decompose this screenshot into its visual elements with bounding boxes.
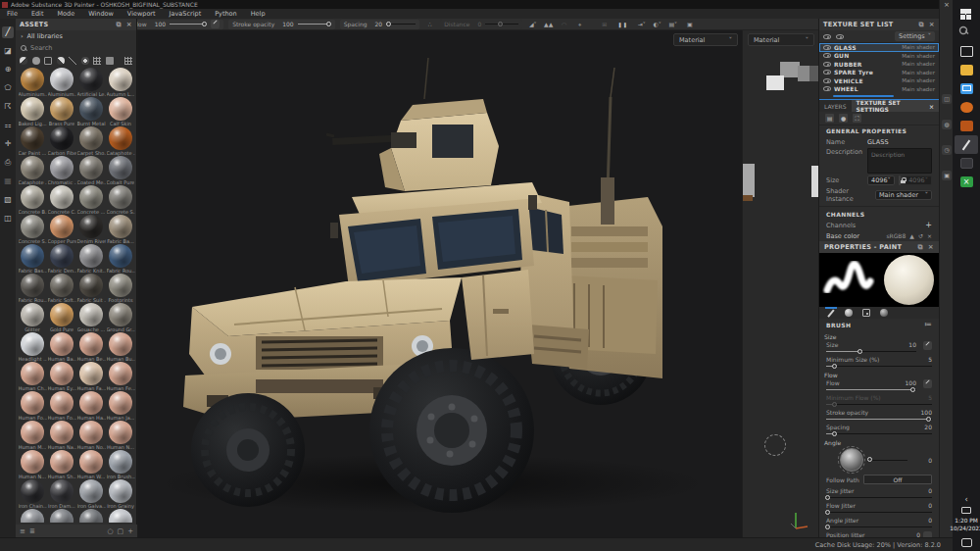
projection-tool[interactable]: ⊕ [2,64,14,75]
slider-knob[interactable] [926,417,931,422]
asset-swatch[interactable]: Iron Brush... [107,450,135,479]
asset-swatch[interactable]: Calf Skin [107,97,135,126]
panel-close-icon[interactable]: × [928,243,934,251]
slider-knob[interactable] [825,510,830,515]
uv-island-quad[interactable] [811,166,818,197]
export-tool[interactable]: ⎙ [2,157,14,169]
geometry-mask-tool[interactable]: ▦ [2,175,14,187]
follow-path-toggle[interactable]: Off [863,475,932,484]
asset-swatch[interactable]: Human Fe... [107,362,135,391]
add-asset-button[interactable]: + [127,527,133,535]
asset-swatch[interactable]: Human Ba... [48,332,76,362]
param-spacing[interactable]: Spacing20 [826,424,932,436]
viewport-2d[interactable]: Material ˅ [742,30,818,537]
asset-swatch[interactable]: Fabric Ba... [107,215,135,244]
asset-swatch[interactable]: Baked Lig... [19,97,47,126]
slider-knob[interactable] [832,364,837,369]
slider-knob[interactable] [858,349,862,354]
preset-menu-icon[interactable]: ≔ [924,321,932,328]
panel-close-icon[interactable]: × [929,21,935,28]
asset-swatch[interactable] [107,509,135,523]
expand-icon[interactable]: ⛶ [853,114,861,123]
asset-swatch[interactable]: Denim Rivet [77,215,106,244]
panel-popout-icon[interactable]: ⧉ [918,243,923,251]
param-slider[interactable] [826,494,932,500]
clone-tool[interactable]: ⚏ [2,120,14,131]
camera-icon[interactable]: ▣ [684,20,695,28]
smudge-tool[interactable]: ☈ [2,101,14,113]
uv-island-quad[interactable] [742,164,755,197]
asset-swatch[interactable]: Autumn L... [107,68,135,97]
tab-material[interactable] [876,307,892,319]
param-size[interactable]: Size10 [826,341,932,354]
param-slider[interactable] [826,401,932,407]
taskbar-mail-icon[interactable] [955,79,978,98]
description-field[interactable]: Description [867,148,932,174]
slider-knob[interactable] [825,495,830,500]
effects-tool[interactable]: ▧ [2,194,14,206]
asset-swatch[interactable]: Human Ey... [48,362,76,391]
taskbar-app-orange-2-icon[interactable] [955,117,978,135]
visibility-eye-icon[interactable] [823,86,831,91]
lazy-mouse-icon[interactable]: ∴ [424,20,435,28]
asset-swatch[interactable]: Artificial Le... [77,68,106,97]
tray-expand-chevron[interactable]: ‹ [964,495,967,504]
asset-swatch[interactable]: Fabric Den... [48,244,76,274]
window-close-icon[interactable]: × [940,1,954,9]
export-settings-icon[interactable]: ▤ [825,114,834,123]
texture-set-icon[interactable]: ▣ [942,171,952,180]
tab-brush[interactable] [823,307,839,319]
menu-item-python[interactable]: Python [208,10,244,18]
spacing-slider[interactable]: Spacing 20 [344,21,416,27]
filter-filters-icon[interactable] [57,57,65,65]
chat-notification-icon[interactable] [961,538,972,547]
asset-swatch[interactable]: Brass Pure [48,97,76,126]
param-stroke-opacity[interactable]: Stroke opacity100 [826,409,932,422]
projection-mode-icon[interactable]: ⇥˅ [636,20,647,28]
param-slider[interactable] [826,524,932,529]
solo-eye-icon[interactable] [836,34,844,39]
filter-materials-icon[interactable] [20,57,27,65]
taskbar-dark-app-icon[interactable] [955,154,978,173]
tab-layers[interactable]: LAYERS [819,100,852,112]
menu-item-window[interactable]: Window [81,10,121,18]
asset-swatch[interactable]: Human Be... [77,332,106,362]
asset-swatch[interactable]: Glitter [19,303,47,332]
stroke-falloff-icon[interactable]: ◢˅ [527,20,538,28]
angle-control[interactable]: 0 [826,448,932,472]
menu-item-javascript[interactable]: JavaScript [163,10,209,18]
tab-close-icon[interactable]: × [929,103,934,110]
filter-alphas-icon[interactable] [81,57,89,65]
asset-swatch[interactable]: Human Fo... [19,391,47,421]
filter-smart-materials-icon[interactable] [32,57,40,65]
visibility-eye-icon[interactable] [823,78,831,83]
asset-swatch[interactable]: Footprints [107,274,135,303]
symmetry-icon[interactable]: ▲▲ [543,20,554,28]
asset-swatch[interactable]: Copper Pure [48,215,76,244]
tab-alpha[interactable] [841,307,857,319]
menu-item-file[interactable]: File [0,10,24,18]
eraser-tool[interactable]: ◪ [2,45,14,57]
assets-close-icon[interactable]: × [126,21,132,28]
asset-swatch[interactable]: Human Na... [48,421,76,450]
reset-channel-icon[interactable]: ↺ [918,232,923,239]
angle-dial[interactable] [840,448,863,472]
asset-swatch[interactable] [19,509,47,523]
viewport-material-dropdown[interactable]: Material ˅ [673,33,738,46]
shader-settings-icon[interactable]: ◍ [942,120,952,129]
show-all-eye-icon[interactable] [823,34,831,39]
stencil-tool[interactable]: ◫ [2,213,14,225]
texture-set-row-spare-tyre[interactable]: SPARE TyreMain shader [819,69,939,77]
taskbar-windows-start-icon[interactable] [955,5,978,24]
asset-swatch[interactable] [77,509,106,523]
taskbar-file-explorer-icon[interactable] [955,61,978,79]
panel-popout-icon[interactable]: ⧉ [919,21,924,28]
history-icon[interactable]: ◷ [942,145,952,155]
asset-swatch[interactable]: Iron Dam... [48,479,76,509]
shader-instance-dropdown[interactable]: Main shader˅ [875,190,932,200]
uv-island-quad[interactable] [766,75,784,90]
slider-knob[interactable] [832,402,837,407]
render-mode-icon[interactable]: ▤˅ [667,20,678,28]
lock-icon[interactable] [899,175,901,185]
asset-swatch[interactable]: Gouache ... [77,303,106,332]
